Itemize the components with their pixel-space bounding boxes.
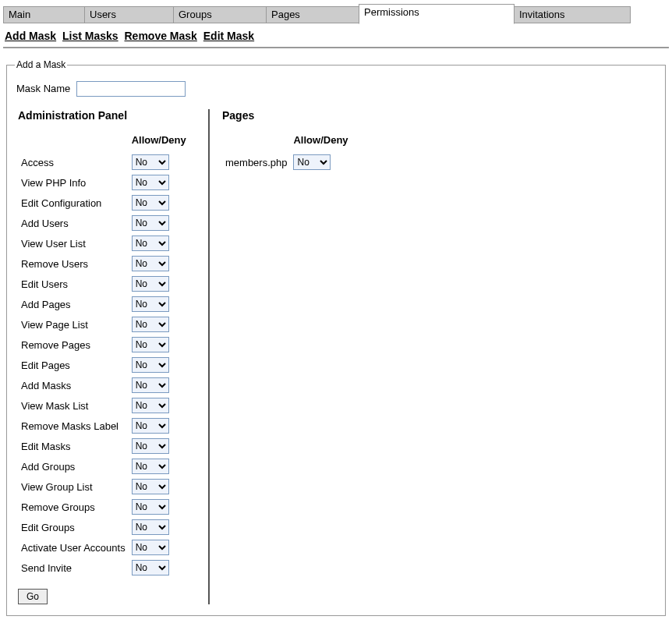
tab-pages[interactable]: Pages [266, 6, 359, 23]
permission-label: Remove Pages [18, 335, 129, 355]
permission-select-cell: No [129, 537, 189, 558]
permission-label: View Page List [18, 314, 129, 335]
admin-panel-title: Administration Panel [18, 109, 196, 122]
permission-label: Edit Users [18, 274, 129, 294]
page-permission-select[interactable]: No [293, 154, 331, 170]
permission-select-cell: No [129, 436, 189, 456]
admin-permission-select[interactable]: No [132, 519, 169, 535]
admin-permission-select[interactable]: No [132, 195, 169, 211]
admin-permission-select[interactable]: No [132, 256, 169, 271]
permission-row: Remove GroupsNo [18, 497, 189, 517]
permission-select-cell: No [129, 172, 189, 193]
permission-label: Edit Pages [18, 355, 129, 375]
admin-permission-select[interactable]: No [132, 337, 169, 352]
permission-row: Remove Masks LabelNo [18, 416, 189, 436]
permission-select-cell: No [129, 395, 189, 416]
permission-row: Add UsersNo [18, 213, 189, 233]
allow-deny-header: Allow/Deny [129, 133, 189, 152]
tab-label: Pages [271, 9, 300, 20]
permission-row: Send InviteNo [18, 558, 189, 578]
permission-label: Remove Users [18, 253, 129, 274]
add-mask-fieldset: Add a Mask Mask Name Administration Pane… [6, 59, 666, 616]
permission-row: View PHP InfoNo [18, 172, 189, 193]
permission-label: Send Invite [18, 558, 129, 578]
permission-columns: Administration Panel Allow/Deny AccessNo… [15, 109, 657, 604]
permission-label: Activate User Accounts [18, 537, 129, 558]
tab-invitations[interactable]: Invitations [514, 6, 631, 23]
admin-permission-select[interactable]: No [132, 377, 169, 393]
pages-permissions-table: Allow/Deny members.phpNo [222, 133, 352, 172]
permission-label: Remove Groups [18, 497, 129, 517]
pages-panel-column: Pages Allow/Deny members.phpNo [210, 109, 364, 604]
admin-permission-select[interactable]: No [132, 317, 169, 332]
allow-deny-header: Allow/Deny [290, 133, 351, 152]
permission-select-cell: No [129, 253, 189, 274]
permission-label: View Group List [18, 476, 129, 497]
permission-label: View PHP Info [18, 172, 129, 193]
permission-select-cell: No [129, 213, 189, 233]
admin-permission-select[interactable]: No [132, 357, 169, 373]
mask-name-input[interactable] [76, 81, 186, 97]
subnav-add-mask[interactable]: Add Mask [5, 30, 56, 42]
permission-row: AccessNo [18, 152, 189, 172]
permission-row: Remove PagesNo [18, 335, 189, 355]
permission-select-cell: No [129, 152, 189, 172]
fieldset-legend: Add a Mask [15, 59, 67, 70]
tab-groups[interactable]: Groups [173, 6, 267, 23]
admin-permission-select[interactable]: No [132, 479, 169, 494]
admin-permission-select[interactable]: No [132, 215, 169, 231]
tab-label: Invitations [519, 9, 565, 20]
permission-row: Edit GroupsNo [18, 517, 189, 537]
subnav-remove-mask[interactable]: Remove Mask [125, 30, 197, 42]
admin-permission-select[interactable]: No [132, 459, 169, 474]
permission-row: Edit ConfigurationNo [18, 193, 189, 213]
tab-main[interactable]: Main [3, 6, 85, 23]
admin-permission-select[interactable]: No [132, 418, 169, 434]
subnav: Add Mask List Masks Remove Mask Edit Mas… [3, 23, 669, 48]
admin-panel-column: Administration Panel Allow/Deny AccessNo… [15, 109, 210, 604]
permission-select-cell: No [129, 314, 189, 335]
admin-permissions-table: Allow/Deny AccessNoView PHP InfoNoEdit C… [18, 133, 189, 578]
tab-label: Permissions [364, 6, 419, 18]
permission-label: Access [18, 152, 129, 172]
admin-permission-select[interactable]: No [132, 175, 169, 190]
admin-permission-select[interactable]: No [132, 540, 169, 555]
admin-permission-select[interactable]: No [132, 296, 169, 312]
permission-row: Activate User AccountsNo [18, 537, 189, 558]
permission-label: Add Pages [18, 294, 129, 314]
go-button[interactable]: Go [18, 589, 48, 604]
tab-label: Groups [179, 9, 212, 20]
permission-select-cell: No [129, 456, 189, 476]
tab-bar: Main Users Groups Pages Permissions Invi… [3, 3, 669, 23]
permission-label: Edit Groups [18, 517, 129, 537]
permission-row: Add PagesNo [18, 294, 189, 314]
tab-permissions[interactable]: Permissions [359, 4, 515, 24]
permission-select-cell: No [129, 294, 189, 314]
admin-permission-select[interactable]: No [132, 560, 169, 575]
admin-permission-select[interactable]: No [132, 276, 169, 292]
permission-select-cell: No [129, 193, 189, 213]
admin-permission-select[interactable]: No [132, 499, 169, 515]
permission-row: Remove UsersNo [18, 253, 189, 274]
subnav-list-masks[interactable]: List Masks [62, 30, 118, 42]
admin-permission-select[interactable]: No [132, 438, 169, 454]
permission-select-cell: No [129, 335, 189, 355]
subnav-edit-mask[interactable]: Edit Mask [203, 30, 254, 42]
admin-permission-select[interactable]: No [132, 236, 169, 251]
pages-panel-title: Pages [222, 109, 352, 122]
permission-row: Edit PagesNo [18, 355, 189, 375]
permission-label: Add Users [18, 213, 129, 233]
permission-label: members.php [222, 152, 290, 172]
permission-label: Edit Masks [18, 436, 129, 456]
tab-label: Main [9, 9, 30, 20]
permission-label: Add Groups [18, 456, 129, 476]
tab-users[interactable]: Users [84, 6, 174, 23]
permission-row: View Group ListNo [18, 476, 189, 497]
permission-row: Add GroupsNo [18, 456, 189, 476]
permission-row: Add MasksNo [18, 375, 189, 395]
permission-select-cell: No [129, 233, 189, 253]
permission-row: View Mask ListNo [18, 395, 189, 416]
admin-permission-select[interactable]: No [132, 154, 169, 170]
admin-permission-select[interactable]: No [132, 398, 169, 413]
permission-row: View Page ListNo [18, 314, 189, 335]
